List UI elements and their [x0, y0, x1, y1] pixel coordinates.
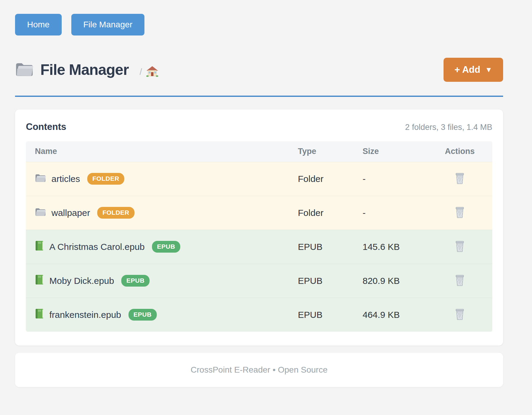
file-table-body: articles FOLDER Folder -: [26, 162, 492, 332]
add-button-label: + Add: [454, 64, 480, 75]
folder-icon: [35, 207, 46, 219]
title-divider: [15, 96, 503, 97]
file-size: 820.9 KB: [354, 264, 427, 298]
breadcrumb: /: [140, 66, 158, 78]
file-type: EPUB: [289, 264, 354, 298]
table-row[interactable]: frankenstein.epub EPUB EPUB 464.9 KB: [26, 298, 492, 332]
file-name: articles: [51, 174, 80, 184]
column-header-name: Name: [26, 141, 289, 162]
title-row: File Manager / + Add ▼: [15, 58, 503, 82]
book-icon: [35, 308, 44, 321]
caret-down-icon: ▼: [485, 66, 492, 74]
page-title: File Manager: [40, 61, 129, 78]
file-name: A Christmas Carol.epub: [49, 242, 145, 252]
file-size: -: [354, 162, 427, 196]
nav-home-button[interactable]: Home: [15, 14, 62, 35]
type-badge: FOLDER: [87, 173, 124, 185]
file-size: 145.6 KB: [354, 230, 427, 264]
column-header-actions: Actions: [427, 141, 492, 162]
delete-button[interactable]: [453, 205, 466, 220]
file-type: EPUB: [289, 298, 354, 332]
column-header-size: Size: [354, 141, 427, 162]
trash-icon: [455, 206, 465, 219]
book-icon: [35, 274, 44, 287]
type-badge: EPUB: [152, 241, 180, 253]
column-header-type: Type: [289, 141, 354, 162]
contents-summary: 2 folders, 3 files, 1.4 MB: [405, 123, 492, 132]
breadcrumb-separator: /: [140, 67, 142, 77]
book-icon: [35, 240, 44, 253]
type-badge: EPUB: [128, 309, 157, 321]
delete-button[interactable]: [453, 273, 466, 288]
file-type: EPUB: [289, 230, 354, 264]
trash-icon: [455, 240, 465, 253]
file-size: -: [354, 196, 427, 230]
footer-text: CrossPoint E-Reader • Open Source: [191, 365, 328, 375]
navbar: Home File Manager: [15, 14, 503, 35]
nav-file-manager-button[interactable]: File Manager: [71, 14, 144, 35]
folder-icon: [15, 61, 34, 78]
contents-card: Contents 2 folders, 3 files, 1.4 MB Name…: [15, 109, 503, 346]
home-icon[interactable]: [146, 66, 158, 78]
file-name: Moby Dick.epub: [49, 276, 114, 286]
table-row[interactable]: wallpaper FOLDER Folder -: [26, 196, 492, 230]
file-table-header: Name Type Size Actions: [26, 141, 492, 162]
delete-button[interactable]: [453, 307, 466, 322]
file-table: Name Type Size Actions: [26, 141, 492, 332]
footer: CrossPoint E-Reader • Open Source: [15, 353, 503, 387]
contents-heading: Contents: [26, 121, 66, 132]
type-badge: FOLDER: [97, 207, 134, 219]
file-name: frankenstein.epub: [49, 310, 121, 320]
file-size: 464.9 KB: [354, 298, 427, 332]
table-row[interactable]: Moby Dick.epub EPUB EPUB 820.9 KB: [26, 264, 492, 298]
contents-header: Contents 2 folders, 3 files, 1.4 MB: [26, 121, 492, 132]
trash-icon: [455, 172, 465, 185]
type-badge: EPUB: [121, 275, 150, 287]
table-row[interactable]: A Christmas Carol.epub EPUB EPUB 145.6 K…: [26, 230, 492, 264]
file-name: wallpaper: [51, 208, 90, 218]
file-type: Folder: [289, 162, 354, 196]
folder-icon: [35, 173, 46, 185]
page: Home File Manager File Manager /: [15, 0, 503, 387]
trash-icon: [455, 274, 465, 287]
delete-button[interactable]: [453, 171, 466, 186]
table-row[interactable]: articles FOLDER Folder -: [26, 162, 492, 196]
file-type: Folder: [289, 196, 354, 230]
trash-icon: [455, 308, 465, 321]
delete-button[interactable]: [453, 239, 466, 254]
add-button[interactable]: + Add ▼: [444, 58, 503, 82]
